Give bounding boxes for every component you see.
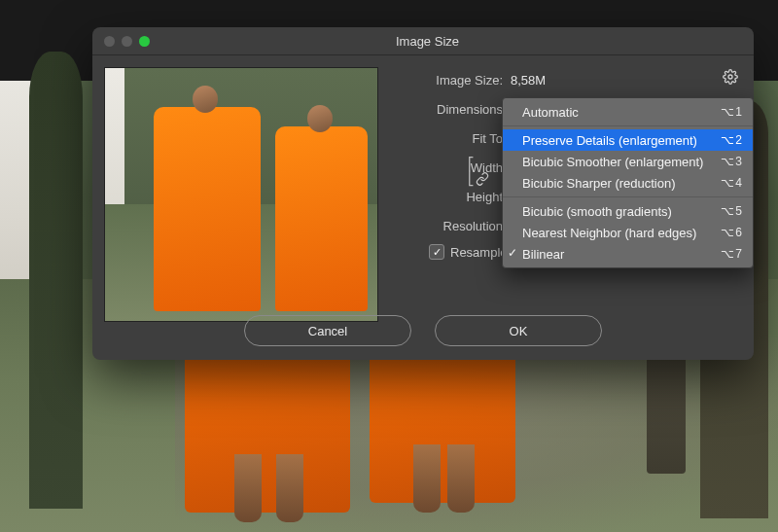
- bg-figure-leg: [276, 454, 303, 522]
- menu-item-label: Bicubic Sharper (reduction): [522, 176, 676, 191]
- bg-figure-leg: [447, 444, 475, 513]
- bg-figure-leg: [234, 454, 262, 522]
- menu-item-label: Automatic: [522, 105, 579, 120]
- bg-tree: [29, 52, 83, 509]
- menu-item-bicubic-sharper[interactable]: Bicubic Sharper (reduction) ⌥4: [503, 172, 753, 194]
- ok-button[interactable]: OK: [435, 315, 602, 346]
- menu-item-shortcut: ⌥1: [721, 105, 743, 119]
- menu-item-bilinear[interactable]: ✓ Bilinear ⌥7: [503, 243, 753, 265]
- bg-figure-leg: [413, 444, 441, 513]
- menu-item-preserve-details[interactable]: Preserve Details (enlargement) ⌥2: [503, 129, 753, 151]
- menu-item-bicubic-smoother[interactable]: Bicubic Smoother (enlargement) ⌥3: [503, 151, 753, 172]
- image-preview: [104, 67, 378, 322]
- check-icon: ✓: [508, 246, 517, 260]
- cancel-button[interactable]: Cancel: [244, 315, 411, 346]
- titlebar: Image Size: [92, 27, 754, 55]
- menu-item-shortcut: ⌥4: [721, 176, 743, 190]
- menu-item-label: Bilinear: [522, 247, 564, 262]
- dimensions-label: Dimensions: [390, 102, 511, 117]
- resample-checkbox[interactable]: ✓: [429, 244, 444, 260]
- menu-separator: [503, 125, 753, 126]
- fit-to-label: Fit To: [390, 131, 511, 146]
- menu-item-label: Preserve Details (enlargement): [522, 133, 697, 148]
- constrain-link-icon[interactable]: [476, 172, 489, 186]
- menu-separator: [503, 196, 753, 197]
- gear-icon[interactable]: [723, 69, 738, 85]
- menu-item-label: Nearest Neighbor (hard edges): [522, 226, 696, 240]
- image-size-value: 8,58M: [511, 73, 546, 88]
- menu-item-shortcut: ⌥2: [721, 133, 743, 147]
- height-label: Height: [390, 190, 511, 204]
- width-label: Width: [390, 160, 511, 175]
- resample-label: Resample: [450, 245, 508, 260]
- menu-item-nearest-neighbor[interactable]: Nearest Neighbor (hard edges) ⌥6: [503, 222, 753, 243]
- menu-item-label: Bicubic (smooth gradients): [522, 204, 672, 219]
- dialog-title: Image Size: [101, 34, 754, 49]
- constrain-bracket-icon: ⎡⎣: [468, 157, 475, 186]
- menu-item-automatic[interactable]: Automatic ⌥1: [503, 101, 753, 123]
- menu-item-bicubic[interactable]: Bicubic (smooth gradients) ⌥5: [503, 200, 753, 222]
- menu-item-shortcut: ⌥3: [721, 155, 743, 168]
- menu-item-label: Bicubic Smoother (enlargement): [522, 155, 703, 169]
- menu-item-shortcut: ⌥6: [721, 226, 743, 239]
- resolution-label: Resolution: [390, 219, 511, 233]
- image-size-label: Image Size:: [390, 73, 511, 88]
- menu-item-shortcut: ⌥5: [721, 204, 743, 218]
- svg-point-0: [728, 75, 732, 79]
- menu-item-shortcut: ⌥7: [721, 247, 743, 261]
- resample-method-menu: Automatic ⌥1 Preserve Details (enlargeme…: [502, 97, 754, 268]
